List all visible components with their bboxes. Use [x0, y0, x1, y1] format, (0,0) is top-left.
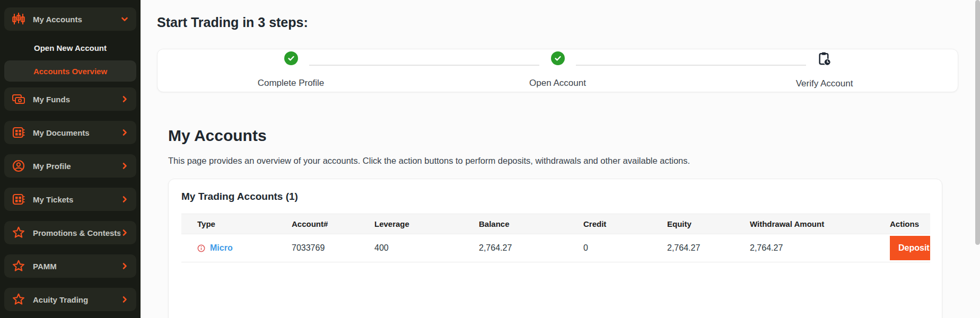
col-header-withdrawal: Withdrawal Amount [750, 214, 890, 234]
wallet-icon [12, 92, 25, 106]
profile-icon [12, 159, 25, 173]
page-description: This page provides an overview of your a… [168, 156, 980, 166]
table-header-row: Type Account# Leverage Balance Credit Eq… [181, 214, 930, 234]
step-open-account: Open Account [424, 51, 691, 92]
chevron-right-icon [120, 95, 129, 103]
start-trading-heading: Start Trading in 3 steps: [157, 14, 980, 31]
sidebar-item-promotions-contests[interactable]: Promotions & Contests [4, 221, 136, 244]
sidebar-item-pamm[interactable]: PAMM [4, 254, 136, 278]
accounts-table-container: Type Account# Leverage Balance Credit Eq… [181, 214, 930, 262]
chevron-right-icon [120, 195, 129, 204]
star-icon [12, 259, 25, 273]
deposit-button[interactable]: Deposit [890, 236, 930, 260]
withdrawal-amount-cell: 2,764.27 [750, 234, 890, 262]
onboarding-stepper: Complete Profile Open Account [157, 49, 958, 92]
check-circle-icon [551, 51, 565, 65]
tickets-icon [12, 192, 25, 206]
step-label: Verify Account [796, 78, 853, 89]
col-header-actions: Actions [890, 214, 930, 234]
accounts-table: Type Account# Leverage Balance Credit Eq… [181, 214, 930, 262]
sidebar-item-my-tickets[interactable]: My Tickets [4, 188, 136, 211]
info-icon[interactable] [197, 244, 205, 252]
table-row: Micro 7033769 400 2,764.27 0 2,764.27 2,… [181, 234, 930, 262]
trading-accounts-card: My Trading Accounts (1) Type Account# Le… [168, 179, 942, 318]
chevron-right-icon [120, 162, 129, 170]
account-type-link[interactable]: Micro [210, 243, 233, 253]
sidebar-item-open-new-account[interactable]: Open New Account [4, 38, 136, 57]
account-number-cell: 7033769 [292, 234, 374, 262]
sidebar-item-label: PAMM [33, 262, 120, 271]
sidebar-item-my-accounts[interactable]: My Accounts [4, 7, 136, 31]
sidebar-item-label: My Tickets [33, 195, 120, 204]
stepper-connector [576, 65, 807, 66]
col-header-leverage: Leverage [374, 214, 479, 234]
main-content: Start Trading in 3 steps: Complete Profi… [141, 0, 980, 318]
sidebar-item-acuity-trading[interactable]: Acuity Trading [4, 288, 136, 311]
star-icon [12, 293, 25, 306]
balance-cell: 2,764.27 [479, 234, 583, 262]
sidebar-item-label: Promotions & Contests [33, 228, 120, 237]
col-header-credit: Credit [583, 214, 667, 234]
chevron-right-icon [120, 228, 129, 237]
page-title: My Accounts [168, 126, 980, 145]
sidebar-item-label: Accounts Overview [33, 67, 107, 76]
leverage-cell: 400 [374, 234, 479, 262]
col-header-account: Account# [292, 214, 374, 234]
check-circle-icon [284, 51, 298, 65]
sidebar-item-label: My Funds [33, 95, 120, 104]
sidebar-item-my-funds[interactable]: My Funds [4, 87, 136, 111]
chevron-down-icon [120, 15, 129, 23]
clipboard-clock-icon [817, 51, 832, 66]
documents-icon [12, 126, 25, 139]
step-label: Open Account [529, 78, 586, 89]
star-icon [12, 226, 25, 240]
step-complete-profile: Complete Profile [158, 51, 424, 92]
sidebar-item-my-profile[interactable]: My Profile [4, 154, 136, 178]
step-verify-account: Verify Account [691, 51, 958, 92]
sidebar-item-label: Open New Account [34, 43, 107, 52]
stepper-connector [309, 65, 540, 66]
credit-cell: 0 [583, 234, 667, 262]
chevron-right-icon [120, 295, 129, 304]
col-header-equity: Equity [667, 214, 750, 234]
col-header-type: Type [181, 214, 292, 234]
step-label: Complete Profile [258, 78, 325, 89]
sidebar: My Accounts Open New Account Accounts Ov… [0, 0, 141, 318]
chevron-right-icon [120, 128, 129, 137]
sidebar-item-label: Acuity Trading [33, 295, 120, 304]
sidebar-item-label: My Accounts [33, 15, 120, 24]
equity-cell: 2,764.27 [667, 234, 750, 262]
vertical-scrollbar[interactable] [975, 0, 980, 245]
candlestick-chart-icon [12, 12, 25, 26]
app-window: My Accounts Open New Account Accounts Ov… [0, 0, 980, 318]
sidebar-item-accounts-overview[interactable]: Accounts Overview [4, 60, 136, 82]
col-header-balance: Balance [479, 214, 583, 234]
sidebar-item-my-documents[interactable]: My Documents [4, 121, 136, 144]
chevron-right-icon [120, 262, 129, 270]
sidebar-item-label: My Profile [33, 162, 120, 171]
sidebar-item-label: My Documents [33, 128, 120, 137]
trading-accounts-title: My Trading Accounts (1) [181, 191, 929, 202]
